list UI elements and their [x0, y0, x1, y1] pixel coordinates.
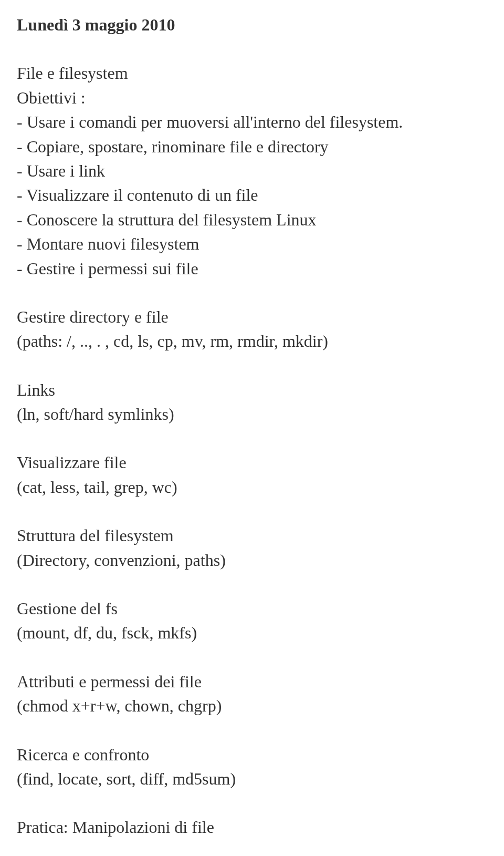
section-block: Pratica: Manipolazioni di file: [17, 815, 487, 839]
intro-bullet: - Montare nuovi filesystem: [17, 232, 487, 256]
intro-block: File e filesystem Obiettivi : - Usare i …: [17, 61, 487, 281]
intro-bullet: - Copiare, spostare, rinominare file e d…: [17, 135, 487, 159]
section-block: Visualizzare file (cat, less, tail, grep…: [17, 450, 487, 499]
section-block: Gestire directory e file (paths: /, .., …: [17, 305, 487, 354]
section-detail: (paths: /, .., . , cd, ls, cp, mv, rm, r…: [17, 329, 487, 353]
intro-bullet: - Usare i comandi per muoversi all'inter…: [17, 110, 487, 134]
section-heading: Gestire directory e file: [17, 305, 487, 329]
section-heading: Attributi e permessi dei file: [17, 669, 487, 694]
section-detail: (find, locate, sort, diff, md5sum): [17, 767, 487, 791]
intro-bullet: - Gestire i permessi sui file: [17, 256, 487, 281]
section-detail: (cat, less, tail, grep, wc): [17, 475, 487, 499]
section-heading: Visualizzare file: [17, 450, 487, 475]
section-heading: Links: [17, 378, 487, 402]
intro-line: File e filesystem: [17, 61, 487, 85]
section-block: Ricerca e confronto (find, locate, sort,…: [17, 742, 487, 791]
document-title: Lunedì 3 maggio 2010: [17, 13, 487, 37]
section-heading: Ricerca e confronto: [17, 742, 487, 767]
intro-bullet: - Usare i link: [17, 159, 487, 183]
document-page: Lunedì 3 maggio 2010 File e filesystem O…: [0, 0, 504, 840]
section-detail: (Directory, convenzioni, paths): [17, 548, 487, 572]
section-block: Links (ln, soft/hard symlinks): [17, 378, 487, 427]
intro-line: Obiettivi :: [17, 86, 487, 110]
section-block: Struttura del filesystem (Directory, con…: [17, 523, 487, 572]
section-heading: Struttura del filesystem: [17, 523, 487, 548]
intro-bullet: - Visualizzare il contenuto di un file: [17, 183, 487, 207]
intro-bullet: - Conoscere la struttura del filesystem …: [17, 208, 487, 232]
section-block: Attributi e permessi dei file (chmod x+r…: [17, 669, 487, 718]
section-detail: (chmod x+r+w, chown, chgrp): [17, 694, 487, 718]
section-detail: (mount, df, du, fsck, mkfs): [17, 621, 487, 645]
section-block: Gestione del fs (mount, df, du, fsck, mk…: [17, 596, 487, 645]
section-detail: (ln, soft/hard symlinks): [17, 402, 487, 426]
section-heading: Gestione del fs: [17, 596, 487, 621]
section-heading: Pratica: Manipolazioni di file: [17, 815, 487, 839]
